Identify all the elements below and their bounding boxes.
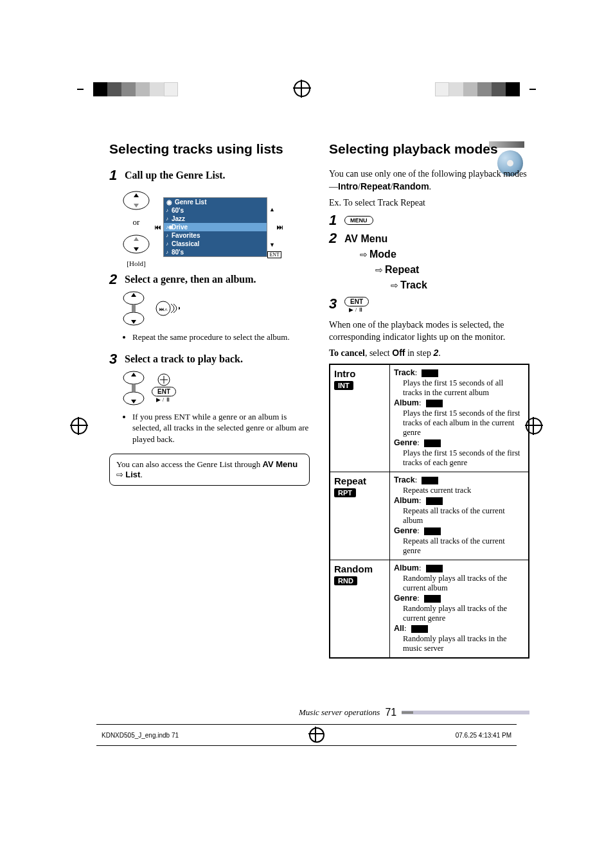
disc-icon: ◉ — [166, 199, 172, 206]
step-2: 2 Select a genre, then an album. — [109, 272, 310, 287]
print-footer: KDNXD505_J_eng.indb 71 07.6.25 4:13:41 P… — [96, 724, 517, 746]
indicator-icon — [422, 477, 438, 484]
step-1-number: 1 — [109, 168, 120, 182]
press-right-icon: ⏭∧▸ — [152, 297, 180, 319]
step-1-text: Call up the Genre List. — [125, 168, 226, 181]
step-3-figure: ENT ▶ / ⏸ — [122, 370, 310, 406]
mode-option-label: All — [394, 624, 404, 633]
mode-cell-random: RandomRND — [330, 560, 390, 659]
ent-sub-icon: ▶ / ⏸ — [156, 396, 171, 403]
svg-text:▸: ▸ — [179, 305, 180, 311]
right-step-1: 1 MENU — [329, 213, 529, 227]
menu-tree: AV Menu Mode Repeat Track — [344, 231, 427, 293]
mode-option-desc: Repeats all tracks of the current album — [394, 506, 524, 526]
left-column: Selecting tracks using lists 1 Call up t… — [109, 141, 310, 659]
mode-option-label: Genre — [394, 526, 417, 535]
mode-name: Repeat — [334, 475, 386, 486]
left-heading: Selecting tracks using lists — [109, 141, 310, 157]
registration-mark-left — [71, 418, 87, 434]
mode-desc-intro: Track: Plays the first 15 seconds of all… — [390, 364, 529, 472]
page-footer: Music server operations 71 — [299, 707, 529, 718]
step-2-figure: ⏭∧▸ — [122, 290, 310, 326]
print-file: KDNXD505_J_eng.indb 71 — [102, 732, 179, 739]
bullet-ent-note: If you press ENT while a genre or an alb… — [132, 411, 310, 445]
next-icon: ⏭ — [277, 224, 283, 231]
ent-sub-icon-2: ▶ / ⏸ — [349, 306, 364, 313]
intro-paragraph: You can use only one of the following pl… — [329, 168, 529, 193]
mode-option-label: Track — [394, 368, 415, 377]
svg-text:⏭∧: ⏭∧ — [159, 306, 168, 312]
mode-option-desc: Randomly plays all tracks in the music s… — [394, 634, 524, 653]
genre-item-1: ♪Jazz — [164, 215, 267, 223]
indicator-icon — [426, 497, 443, 505]
footer-section: Music server operations — [299, 707, 380, 718]
step-1-figure: or [Hold] ◉ Genre List ♪60's ♪Jazz ⏮♪◉Dr… — [122, 186, 310, 267]
mode-desc-repeat: Track: Repeats current trackAlbum: Repea… — [390, 472, 529, 560]
step-2-number: 2 — [109, 272, 120, 287]
right-column: Selecting playback modes You can use onl… — [329, 141, 529, 659]
dpad-vertical-icon-2 — [122, 370, 145, 406]
mode-badge: INT — [334, 381, 353, 390]
page: Selecting tracks using lists 1 Call up t… — [0, 0, 613, 868]
indicator-icon — [422, 369, 438, 377]
right-step-2: 2 AV Menu Mode Repeat Track — [329, 231, 529, 293]
mode-option-desc: Plays the first 15 seconds of all tracks… — [394, 378, 524, 398]
press-icon — [157, 373, 171, 387]
footer-page-number: 71 — [385, 707, 396, 718]
prev-icon: ⏮ — [155, 224, 161, 231]
tree-repeat: Repeat — [375, 262, 427, 278]
step-3-text: Select a track to play back. — [125, 352, 243, 365]
print-timestamp: 07.6.25 4:13:41 PM — [456, 732, 511, 739]
step-3-bullets: If you press ENT while a genre or an alb… — [109, 411, 310, 445]
cancel-line: To cancel, select Off in step 2. — [329, 347, 529, 360]
tree-mode: Mode — [360, 247, 427, 262]
mode-option-label: Genre — [394, 594, 417, 603]
step-1: 1 Call up the Genre List. — [109, 168, 310, 182]
or-label: or — [122, 217, 150, 227]
indicator-icon — [426, 400, 443, 407]
mode-name: Random — [334, 563, 386, 574]
mode-cell-repeat: RepeatRPT — [330, 472, 390, 560]
genre-list-box: ◉ Genre List ♪60's ♪Jazz ⏮♪◉Drive⏭ ♪Favo… — [157, 197, 267, 257]
registration-mark-footer — [309, 727, 324, 743]
mode-option-label: Album — [394, 563, 419, 572]
mode-option-desc: Plays the first 15 seconds of the first … — [394, 448, 524, 468]
genre-item-4: ♪Classical — [164, 240, 267, 248]
hold-label: [Hold] — [122, 260, 150, 267]
menu-button-label: MENU — [344, 216, 373, 225]
mode-option-desc: Randomly plays all tracks of the current… — [394, 574, 524, 593]
modes-table: IntroINTTrack: Plays the first 15 second… — [329, 364, 529, 659]
right-heading: Selecting playback modes — [329, 141, 529, 157]
dpad-up-icon — [122, 186, 150, 215]
mode-desc-random: Album: Randomly plays all tracks of the … — [390, 560, 529, 659]
crop-row-top — [77, 82, 536, 96]
step-2-bullets: Repeat the same procedure to select the … — [109, 332, 310, 343]
indicator-paragraph: When one of the playback modes is select… — [329, 319, 529, 344]
genre-item-5: ♪80's — [164, 248, 267, 256]
mode-cell-intro: IntroINT — [330, 364, 390, 472]
mode-option-label: Album — [394, 398, 419, 407]
svg-rect-4 — [132, 305, 136, 312]
mode-name: Intro — [334, 368, 386, 379]
mode-option-label: Track — [394, 475, 415, 484]
mode-option-desc: Randomly plays all tracks of the current… — [394, 604, 524, 623]
content-area: Selecting tracks using lists 1 Call up t… — [109, 141, 529, 659]
step-2-text: Select a genre, then an album. — [125, 272, 256, 285]
ent-label: ENT — [267, 251, 281, 258]
genre-item-0: ♪60's — [164, 206, 267, 215]
tree-track: Track — [391, 278, 427, 293]
scroll-up-icon: ▲ — [269, 206, 275, 213]
svg-rect-10 — [132, 384, 136, 392]
scroll-down-icon: ▼ — [269, 242, 275, 248]
genre-list-title: ◉ Genre List — [164, 198, 267, 206]
dpad-vertical-icon — [122, 290, 145, 326]
mode-option-desc: Repeats all tracks of the current genre — [394, 536, 524, 556]
indicator-icon — [424, 439, 441, 447]
indicator-icon — [426, 565, 443, 572]
bullet-repeat-procedure: Repeat the same procedure to select the … — [132, 332, 310, 343]
example-line: Ex. To select Track Repeat — [329, 197, 529, 209]
dpad-down-icon — [122, 230, 150, 258]
right-step-2-num: 2 — [329, 231, 339, 245]
indicator-icon — [411, 625, 428, 633]
mode-option-label: Genre — [394, 438, 417, 447]
